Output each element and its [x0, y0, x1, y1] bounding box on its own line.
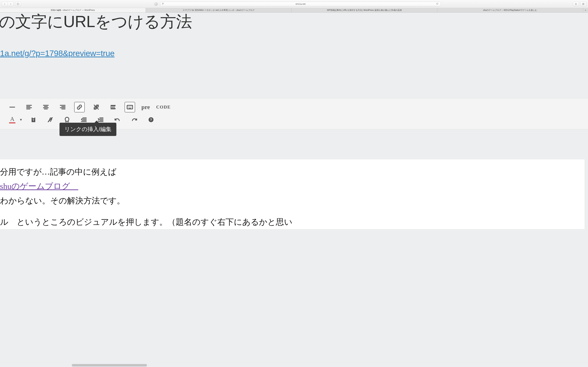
- back-button[interactable]: [2, 2, 8, 6]
- body-line-1: 分用ですが…記事の中に例えば: [0, 165, 585, 179]
- editor-content[interactable]: 分用ですが…記事の中に例えば shuのゲームブログ わからない。その解決方法です…: [0, 159, 585, 229]
- svg-point-29: [128, 106, 129, 107]
- body-link[interactable]: shuのゲームブログ: [0, 182, 78, 191]
- svg-rect-0: [17, 3, 19, 5]
- svg-text:?: ?: [150, 118, 152, 121]
- svg-rect-6: [582, 3, 584, 5]
- reload-button[interactable]: [436, 2, 439, 5]
- share-button[interactable]: [573, 2, 579, 6]
- svg-point-33: [128, 107, 129, 108]
- pre-button[interactable]: pre: [141, 104, 150, 110]
- svg-text:T: T: [33, 118, 35, 121]
- tab-3[interactable]: shuのゲームブログ – 3DSやPlayStationでゲームを楽しむ: [437, 8, 583, 12]
- paste-text-button[interactable]: T: [28, 115, 39, 125]
- svg-rect-7: [583, 3, 584, 4]
- svg-point-30: [129, 106, 130, 107]
- browser-toolbar: sh11a.net: [0, 0, 588, 8]
- hr-button[interactable]: [7, 102, 17, 112]
- page-content: の文字にURLをつける方法 1a.net/g/?p=1798&preview=t…: [0, 13, 588, 367]
- insert-link-button[interactable]: [74, 102, 85, 112]
- text-color-dropdown[interactable]: ▾: [20, 117, 22, 122]
- reader-mode-icon[interactable]: [162, 2, 165, 5]
- svg-rect-23: [111, 105, 115, 106]
- scrollbar-thumb[interactable]: [72, 364, 147, 367]
- body-line-3: ル というところのビジュアルを押します。（題名のすぐ右下にあるかと思い: [0, 215, 585, 229]
- svg-point-31: [130, 106, 131, 107]
- tab-strip: 投稿の編集 ‹ shuのゲームブログ — WordPress スマブラ for …: [0, 8, 588, 13]
- sidebar-toggle-button[interactable]: [15, 2, 21, 6]
- forward-button[interactable]: [8, 2, 14, 6]
- keyboard-button[interactable]: [125, 102, 135, 112]
- tab-1[interactable]: スマブラ for 3DS/WiiU ベヨネッタ ver1.1.6 即死コンボ –…: [146, 8, 292, 12]
- svg-point-35: [130, 107, 131, 108]
- svg-rect-37: [129, 108, 131, 108]
- redo-button[interactable]: [129, 115, 139, 125]
- align-center-button[interactable]: [41, 102, 51, 112]
- tab-2[interactable]: WP投稿記事内にURLを添付する方法 | WordPress 超初心者が挑んだ作…: [292, 8, 437, 12]
- address-bar[interactable]: sh11a.net: [160, 2, 441, 6]
- body-line-2: わからない。その解決方法です。: [0, 193, 585, 208]
- svg-point-34: [129, 107, 130, 108]
- address-text: sh11a.net: [165, 3, 436, 5]
- preview-url-link[interactable]: 1a.net/g/?p=1798&preview=true: [0, 48, 114, 58]
- svg-point-32: [131, 106, 132, 107]
- nav-group: [2, 2, 14, 6]
- align-right-button[interactable]: [57, 102, 68, 112]
- align-left-button[interactable]: [24, 102, 34, 112]
- remove-link-button[interactable]: [91, 102, 102, 112]
- help-button[interactable]: ?: [146, 115, 156, 125]
- insert-more-button[interactable]: [108, 102, 118, 112]
- svg-rect-27: [111, 108, 115, 109]
- horizontal-scrollbar[interactable]: [0, 364, 588, 367]
- tabs-button[interactable]: [580, 2, 586, 6]
- tab-0[interactable]: 投稿の編集 ‹ shuのゲームブログ — WordPress: [0, 8, 146, 12]
- link-tooltip: リンクの挿入/編集: [60, 123, 116, 136]
- svg-rect-39: [33, 117, 35, 118]
- clear-format-button[interactable]: [45, 115, 55, 125]
- code-button[interactable]: CODE: [156, 105, 171, 110]
- page-title-fragment: の文字にURLをつける方法: [0, 13, 192, 33]
- svg-point-36: [131, 107, 132, 108]
- toolbar-row-1: pre CODE: [0, 101, 588, 113]
- site-icon: [154, 2, 158, 6]
- new-tab-button[interactable]: +: [583, 8, 588, 12]
- text-color-button[interactable]: A: [7, 115, 17, 125]
